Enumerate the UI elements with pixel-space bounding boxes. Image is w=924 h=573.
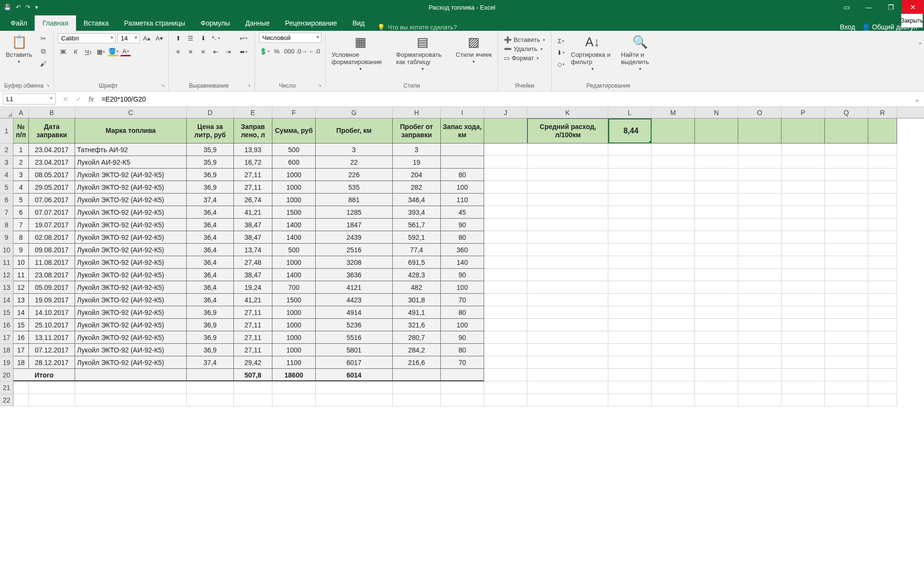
cell[interactable] <box>234 381 272 394</box>
cell[interactable] <box>652 319 695 331</box>
cell[interactable] <box>782 381 825 394</box>
cell[interactable]: Лукойл ЭКТО-92 (АИ-92-К5) <box>75 206 187 219</box>
cell[interactable] <box>825 394 868 406</box>
cell[interactable] <box>738 294 782 306</box>
inc-decimal-icon[interactable]: .0→ <box>296 46 307 56</box>
save-icon[interactable]: 💾 <box>4 4 11 11</box>
cell[interactable] <box>484 319 527 331</box>
col-header-P[interactable]: P <box>782 107 825 118</box>
cell[interactable] <box>695 269 738 281</box>
cell[interactable] <box>738 143 782 156</box>
cell[interactable] <box>868 306 897 319</box>
grow-font-icon[interactable]: A▴ <box>141 33 152 43</box>
cell[interactable] <box>652 269 695 281</box>
cell[interactable] <box>868 244 897 256</box>
cell[interactable]: 45 <box>441 206 484 219</box>
cell[interactable] <box>738 344 782 356</box>
cell[interactable] <box>652 256 695 269</box>
cell[interactable] <box>738 306 782 319</box>
cell[interactable]: 90 <box>441 269 484 281</box>
col-header-D[interactable]: D <box>187 107 234 118</box>
cell[interactable]: 12 <box>13 281 29 294</box>
cell[interactable] <box>608 169 652 181</box>
cell[interactable]: 70 <box>441 294 484 306</box>
cell[interactable]: 3636 <box>316 269 393 281</box>
cell[interactable]: 500 <box>272 244 316 256</box>
cell[interactable] <box>316 381 393 394</box>
cell[interactable] <box>782 169 825 181</box>
cell[interactable]: 14.10.2017 <box>29 306 75 319</box>
cell[interactable]: 6 <box>13 206 29 219</box>
cell[interactable] <box>608 231 652 244</box>
tab-insert[interactable]: Вставка <box>76 15 116 31</box>
cell[interactable] <box>825 156 868 169</box>
row-header[interactable]: 21 <box>0 381 13 394</box>
cell[interactable] <box>868 331 897 344</box>
row-header[interactable]: 11 <box>0 256 13 269</box>
cell[interactable] <box>695 244 738 256</box>
cell[interactable] <box>187 381 234 394</box>
cell[interactable]: 14 <box>13 306 29 319</box>
cell[interactable] <box>484 356 527 369</box>
row-header[interactable]: 20 <box>0 369 13 381</box>
cell[interactable]: Лукойл ЭКТО-92 (АИ-92-К5) <box>75 231 187 244</box>
cell[interactable] <box>652 356 695 369</box>
cell[interactable]: 27,11 <box>234 319 272 331</box>
align-bottom-icon[interactable]: ⬇ <box>198 33 208 43</box>
tab-home[interactable]: Главная <box>35 15 76 31</box>
cell[interactable]: 280,7 <box>393 331 441 344</box>
cell[interactable] <box>738 244 782 256</box>
cell[interactable] <box>608 244 652 256</box>
cell[interactable] <box>825 181 868 194</box>
cell[interactable] <box>695 394 738 406</box>
cell[interactable]: 3 <box>13 169 29 181</box>
cell[interactable]: Лукойл АИ-92-К5 <box>75 156 187 169</box>
cell[interactable]: 1000 <box>272 256 316 269</box>
cell[interactable] <box>29 394 75 406</box>
cell[interactable]: 35,9 <box>187 143 234 156</box>
cell[interactable] <box>187 394 234 406</box>
tab-view[interactable]: Вид <box>345 15 372 31</box>
cell[interactable] <box>695 356 738 369</box>
cell[interactable] <box>484 331 527 344</box>
cell[interactable]: 700 <box>272 281 316 294</box>
cell[interactable]: 13.11.2017 <box>29 331 75 344</box>
cell[interactable]: Татнефть АИ-92 <box>75 143 187 156</box>
comma-style-icon[interactable]: 000 <box>284 46 295 56</box>
insert-cells-button[interactable]: ➕Вставить <box>502 36 547 44</box>
align-right-icon[interactable]: ≡ <box>198 46 208 57</box>
cell[interactable] <box>652 244 695 256</box>
cell[interactable]: 1400 <box>272 269 316 281</box>
cell[interactable] <box>782 369 825 381</box>
cell[interactable]: 321,6 <box>393 319 441 331</box>
cell[interactable]: 23.08.2017 <box>29 269 75 281</box>
cell[interactable] <box>868 319 897 331</box>
cell[interactable]: 13,74 <box>234 244 272 256</box>
cell[interactable] <box>652 344 695 356</box>
col-header-I[interactable]: I <box>441 107 484 118</box>
font-size-select[interactable]: 14 <box>117 33 140 43</box>
cell[interactable]: Марка топлива <box>75 118 187 143</box>
cell[interactable] <box>608 294 652 306</box>
cell[interactable]: 10 <box>13 256 29 269</box>
cell[interactable]: 27,11 <box>234 181 272 194</box>
ribbon-options-icon[interactable]: ▭ <box>835 0 858 14</box>
cell[interactable] <box>484 344 527 356</box>
cell[interactable] <box>825 206 868 219</box>
cell[interactable] <box>608 181 652 194</box>
cut-icon[interactable]: ✂ <box>37 33 50 44</box>
cell[interactable] <box>782 206 825 219</box>
cell[interactable] <box>441 369 484 381</box>
tab-data[interactable]: Данные <box>238 15 278 31</box>
col-header-O[interactable]: O <box>738 107 782 118</box>
select-all-button[interactable] <box>0 107 13 118</box>
fill-icon[interactable]: ⬇ <box>555 47 566 58</box>
cell[interactable] <box>527 219 608 231</box>
cell[interactable] <box>652 306 695 319</box>
cell[interactable] <box>484 281 527 294</box>
underline-button[interactable]: Ч <box>83 46 93 57</box>
cell[interactable] <box>782 356 825 369</box>
borders-icon[interactable]: ▦ <box>95 46 106 57</box>
cell[interactable] <box>695 118 738 143</box>
cell[interactable]: 428,3 <box>393 269 441 281</box>
